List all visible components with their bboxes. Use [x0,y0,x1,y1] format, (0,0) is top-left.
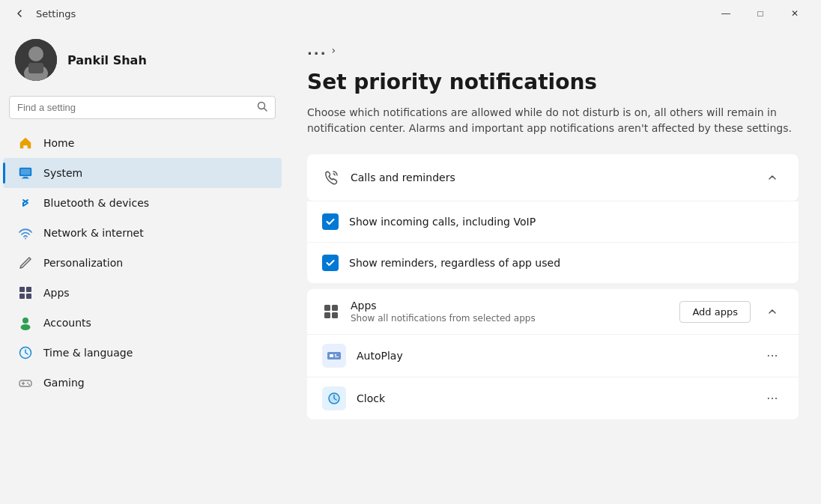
checkbox-voip-label: Show incoming calls, including VoIP [349,216,536,228]
app-row-autoplay: AutoPlay ··· [307,334,799,377]
back-button[interactable] [9,3,30,24]
svg-line-5 [264,109,267,112]
autoplay-app-icon [322,344,346,368]
search-container [0,96,285,128]
svg-rect-18 [19,380,31,386]
apps-text-block: Apps Show all notifications from selecte… [351,300,669,324]
svg-rect-23 [324,305,330,311]
svg-point-10 [25,238,26,240]
svg-rect-7 [21,169,31,175]
calls-icon [322,168,340,186]
window-controls: — □ ✕ [709,0,812,27]
sidebar-item-label-home: Home [43,137,74,149]
app-row-clock: Clock ··· [307,377,799,419]
autoplay-more-button[interactable]: ··· [761,344,784,367]
svg-rect-24 [324,312,330,318]
sidebar-item-label-time: Time & language [43,347,133,359]
accounts-icon [18,315,33,330]
svg-rect-13 [19,294,25,299]
sidebar-item-gaming[interactable]: Gaming [3,368,282,398]
checkbox-row-voip: Show incoming calls, including VoIP [307,201,799,242]
svg-rect-12 [26,287,31,292]
main-layout: Pankil Shah [0,27,821,504]
maximize-button[interactable]: □ [743,0,778,27]
svg-rect-11 [19,287,25,292]
svg-rect-9 [22,178,29,179]
sidebar-item-label-apps: Apps [43,287,70,299]
svg-point-21 [27,383,28,384]
checkbox-row-reminders: Show reminders, regardless of app used [307,243,799,283]
apps-section-icon [322,303,340,321]
titlebar-title: Settings [36,8,76,19]
time-icon [18,345,33,360]
page-description: Choose which notifications are allowed w… [307,105,799,136]
breadcrumb: ... › [307,42,799,58]
calls-section-header: Calls and reminders [307,154,799,201]
svg-rect-28 [327,352,341,359]
add-apps-button[interactable]: Add apps [679,301,751,323]
calls-section: Calls and reminders Show incoming calls,… [307,154,799,283]
titlebar: Settings — □ ✕ [0,0,821,27]
sidebar-item-label-bluetooth: Bluetooth & devices [43,197,149,209]
checkbox-reminders-label: Show reminders, regardless of app used [349,257,560,269]
page-title: Set priority notifications [307,70,799,94]
sidebar-item-label-personalization: Personalization [43,257,123,269]
svg-rect-26 [332,312,338,318]
svg-point-15 [22,318,28,324]
sidebar-item-time[interactable]: Time & language [3,338,282,368]
minimize-button[interactable]: — [709,0,743,27]
calls-section-title: Calls and reminders [351,171,751,183]
sidebar-item-accounts[interactable]: Accounts [3,308,282,338]
profile-name: Pankil Shah [67,53,147,67]
sidebar-item-apps[interactable]: Apps [3,278,282,308]
svg-rect-29 [330,354,333,357]
calls-collapse-button[interactable] [761,166,784,189]
checkbox-voip[interactable] [322,213,339,230]
svg-rect-8 [23,177,28,178]
svg-point-22 [28,384,30,386]
svg-rect-31 [335,356,339,357]
search-input[interactable] [17,102,251,113]
sidebar-item-label-accounts: Accounts [43,317,91,329]
home-icon [18,136,33,151]
checkbox-reminders[interactable] [322,255,339,271]
avatar [15,39,57,81]
apps-section-header: Apps Show all notifications from selecte… [307,289,799,334]
apps-section-title: Apps [351,300,669,312]
svg-rect-14 [26,294,31,299]
sidebar-item-label-system: System [43,167,82,179]
svg-point-16 [21,324,31,330]
system-icon [18,166,33,180]
sidebar-item-system[interactable]: System [3,158,282,188]
svg-rect-25 [332,305,338,311]
apps-section: Apps Show all notifications from selecte… [307,289,799,419]
clock-more-button[interactable]: ··· [761,387,784,410]
apps-section-subtitle: Show all notifications from selected app… [351,313,669,324]
bluetooth-icon [18,195,33,210]
close-button[interactable]: ✕ [778,0,812,27]
content-area: ... › Set priority notifications Choose … [285,27,821,504]
svg-rect-30 [335,354,336,356]
breadcrumb-arrow: › [332,44,336,56]
svg-rect-3 [28,63,43,73]
profile-section: Pankil Shah [0,27,285,96]
sidebar-item-label-network: Network & internet [43,227,144,239]
sidebar-item-network[interactable]: Network & internet [3,218,282,248]
svg-point-1 [28,46,43,61]
sidebar-item-home[interactable]: Home [3,128,282,158]
breadcrumb-dots: ... [307,42,327,58]
apps-icon [18,285,33,300]
clock-app-name: Clock [357,392,751,404]
gaming-icon [18,375,33,390]
search-icon [257,101,267,114]
nav-list: Home System [0,128,285,398]
apps-collapse-button[interactable] [761,300,784,323]
search-box[interactable] [9,96,276,119]
sidebar-item-bluetooth[interactable]: Bluetooth & devices [3,188,282,218]
autoplay-app-name: AutoPlay [357,350,751,362]
clock-app-icon [322,386,346,410]
sidebar-item-personalization[interactable]: Personalization [3,248,282,278]
sidebar: Pankil Shah [0,27,285,504]
personalization-icon [18,255,33,270]
network-icon [18,225,33,240]
